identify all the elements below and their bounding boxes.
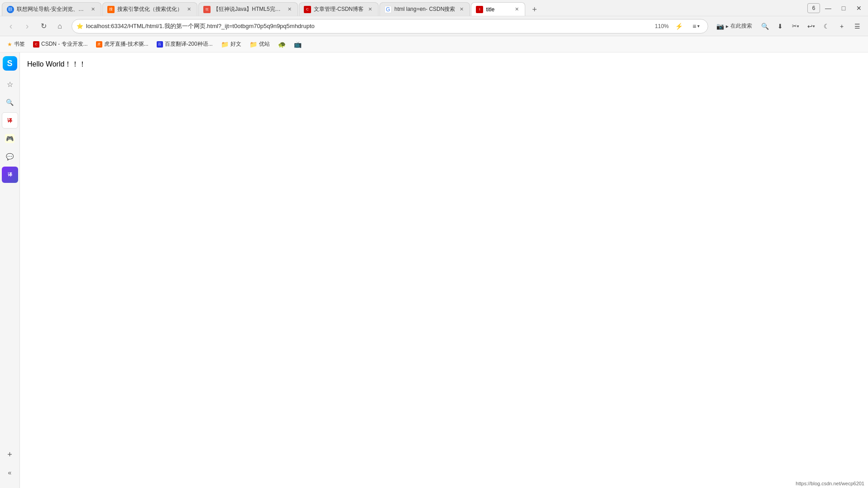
sidebar-dict-icon: 译	[8, 172, 12, 178]
refresh-button[interactable]: ↻	[36, 19, 51, 33]
tab-csdn[interactable]: C 文章管理-CSDN博客 ✕	[299, 2, 379, 16]
status-bar: https://blog.csdn.net/wecp6201	[792, 479, 868, 488]
youzhan-label: 优站	[259, 40, 270, 48]
tab-close-6[interactable]: ✕	[513, 6, 520, 13]
home-button[interactable]: ⌂	[53, 19, 67, 33]
tabs-area: 联 联想网址导航-安全浏览、极... ✕ 搜 搜索引擎优化（搜索优化） ✕ 狂 …	[2, 0, 804, 16]
camera-icon: 📷	[716, 23, 724, 30]
huya-bookmark-favicon: 虎	[96, 41, 102, 48]
sidebar-chat-button[interactable]: 💬	[2, 148, 18, 165]
bookmark-huya[interactable]: 虎 虎牙直播-技术驱...	[92, 38, 152, 50]
address-input[interactable]	[86, 23, 652, 29]
back-button[interactable]: ‹	[4, 19, 18, 33]
search-icon-btn[interactable]: 🔍	[758, 19, 772, 33]
tab-label-3: 【狂神说Java】HTML5完整...	[213, 5, 283, 13]
tab-label-5: html lang=en- CSDN搜索	[394, 5, 455, 13]
tab-close-1[interactable]: ✕	[89, 6, 96, 13]
minimize-button[interactable]: —	[821, 2, 835, 14]
title-bar: 联 联想网址导航-安全浏览、极... ✕ 搜 搜索引擎优化（搜索优化） ✕ 狂 …	[0, 0, 868, 16]
browser-logo[interactable]: S	[3, 56, 17, 71]
image-search-button[interactable]: 📷 ▸ 在此搜索	[713, 20, 756, 33]
tab-close-3[interactable]: ✕	[286, 6, 293, 13]
navigation-bar: ‹ › ↻ ⌂ ⭐ 110% ⚡ ≡ ▾ 📷 ▸ 在此搜索	[0, 16, 868, 36]
zoom-level: 110%	[655, 23, 669, 29]
bookmark-youzhan[interactable]: 📁 优站	[246, 38, 273, 50]
search-in-page-label: 在此搜索	[730, 22, 752, 30]
undo-icon: ↩	[807, 23, 813, 30]
tab-favicon-6: t	[476, 6, 483, 13]
sidebar-bookmark-icon: ☆	[7, 80, 13, 89]
theme-icon-btn[interactable]: ☾	[819, 19, 834, 33]
menu-icon-btn[interactable]: ☰	[850, 19, 864, 33]
sidebar-translate-icon: 译	[7, 117, 12, 124]
reading-mode-icon[interactable]: ≡ ▾	[689, 19, 703, 33]
sidebar-add-button[interactable]: +	[2, 446, 18, 463]
haowen-label: 好文	[230, 40, 241, 48]
address-bar-container[interactable]: ⭐ 110% ⚡ ≡ ▾	[72, 19, 708, 33]
sidebar-extension-icon: 🎮	[5, 134, 14, 143]
tab-counter[interactable]: 6	[807, 3, 820, 13]
undo-icon-btn[interactable]: ↩ ▾	[804, 19, 818, 33]
search-icon: 🔍	[761, 23, 769, 30]
tab-favicon-1: 联	[7, 6, 14, 13]
bookmark-baidu-translate[interactable]: 百 百度翻译-200种语...	[153, 38, 216, 50]
bookmark-turtle[interactable]: 🐢	[274, 39, 289, 50]
tab-label-6: title	[486, 6, 510, 13]
close-button[interactable]: ✕	[852, 2, 866, 14]
folder-haowen-icon: 📁	[221, 41, 229, 48]
tab-google[interactable]: G html lang=en- CSDN搜索 ✕	[379, 2, 470, 16]
sidebar-chat-icon: 💬	[6, 153, 14, 160]
sidebar-dict-button[interactable]: 译	[2, 167, 18, 183]
page-content: Hello World！！！ https://blog.csdn.net/wec…	[20, 53, 868, 488]
tab-label-1: 联想网址导航-安全浏览、极...	[17, 5, 86, 13]
main-content: S ☆ 🔍 译 🎮 💬 译	[0, 53, 868, 488]
baidu-translate-label: 百度翻译-200种语...	[165, 40, 213, 48]
sidebar-translate-button[interactable]: 译	[2, 112, 18, 129]
download-icon: ⬇	[777, 23, 783, 30]
sidebar-search-icon: 🔍	[6, 99, 14, 106]
csdn-bookmark-favicon: C	[33, 41, 39, 48]
sidebar-collapse-button[interactable]: «	[2, 464, 18, 481]
tab-close-5[interactable]: ✕	[458, 6, 465, 13]
undo-dropdown-icon: ▾	[813, 24, 815, 29]
tab-close-2[interactable]: ✕	[185, 6, 192, 13]
csdn-bookmark-label: CSDN - 专业开发...	[41, 40, 88, 48]
window-controls: 6 — □ ✕	[807, 2, 866, 14]
tab-favicon-3: 狂	[203, 6, 211, 13]
download-icon-btn[interactable]: ⬇	[773, 19, 787, 33]
plus-icon-btn[interactable]: +	[834, 19, 849, 33]
sidebar-bookmark-button[interactable]: ☆	[2, 76, 18, 92]
scissors-icon-btn[interactable]: ✂ ▾	[788, 19, 803, 33]
tab-favicon-5: G	[384, 6, 392, 13]
browser-window: 联 联想网址导航-安全浏览、极... ✕ 搜 搜索引擎优化（搜索优化） ✕ 狂 …	[0, 0, 868, 488]
page-hello-world: Hello World！！！	[27, 60, 861, 69]
menu-icon: ☰	[854, 23, 860, 30]
bookmark-haowen[interactable]: 📁 好文	[217, 38, 245, 50]
tab-lianxiang[interactable]: 联 联想网址导航-安全浏览、极... ✕	[2, 2, 101, 16]
lock-icon: ⭐	[77, 23, 83, 29]
huya-bookmark-label: 虎牙直播-技术驱...	[104, 40, 149, 48]
forward-button[interactable]: ›	[20, 19, 34, 33]
sidebar: S ☆ 🔍 译 🎮 💬 译	[0, 53, 20, 488]
lightning-icon[interactable]: ⚡	[671, 19, 686, 33]
scissors-icon: ✂	[792, 23, 797, 29]
sidebar-extension-button[interactable]: 🎮	[2, 130, 18, 147]
tv-icon: 📺	[294, 41, 302, 48]
new-tab-button[interactable]: +	[528, 3, 541, 16]
bookmark-csdn[interactable]: C CSDN - 专业开发...	[29, 38, 91, 50]
sidebar-bottom: + «	[2, 446, 18, 481]
plus-icon: +	[840, 23, 844, 30]
bookmark-bookmarks[interactable]: ★ 书签	[4, 38, 29, 50]
sidebar-search-button[interactable]: 🔍	[2, 94, 18, 110]
bookmark-tv[interactable]: 📺	[290, 39, 305, 50]
folder-youzhan-icon: 📁	[249, 41, 257, 48]
tab-souhu[interactable]: 搜 搜索引擎优化（搜索优化） ✕	[102, 2, 197, 16]
tab-title[interactable]: t title ✕	[471, 2, 525, 16]
maximize-button[interactable]: □	[836, 2, 851, 14]
bookmarks-bar: ★ 书签 C CSDN - 专业开发... 虎 虎牙直播-技术驱... 百 百度…	[0, 36, 868, 53]
tab-label-4: 文章管理-CSDN博客	[314, 5, 364, 13]
tab-close-4[interactable]: ✕	[366, 6, 374, 13]
baidu-translate-favicon: 百	[157, 41, 163, 48]
star-icon: ★	[7, 41, 12, 48]
tab-java[interactable]: 狂 【狂神说Java】HTML5完整... ✕	[198, 2, 298, 16]
